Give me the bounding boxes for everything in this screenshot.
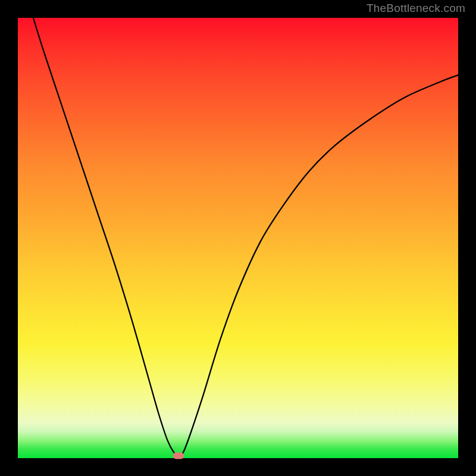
watermark-text: TheBottleneck.com (367, 2, 465, 15)
bottleneck-curve (18, 18, 458, 458)
minimum-marker (173, 453, 184, 459)
chart-plot-area (18, 18, 458, 458)
